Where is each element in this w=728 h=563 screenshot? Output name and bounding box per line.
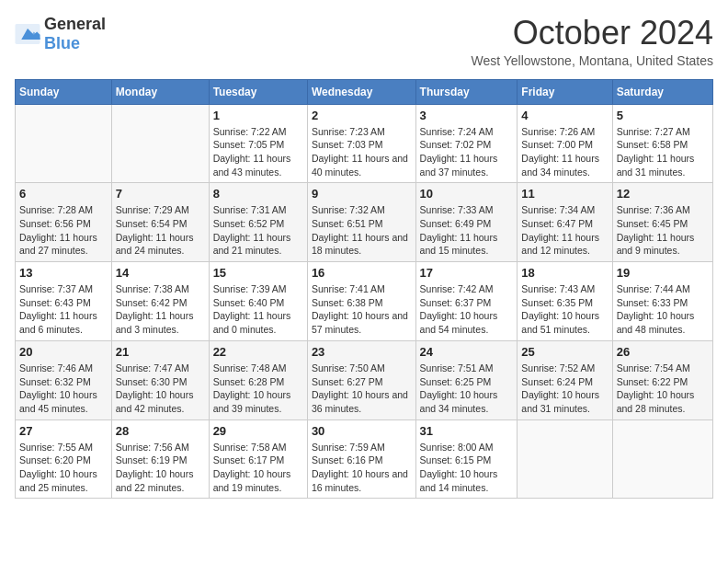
- cell-day-number: 4: [521, 109, 608, 122]
- calendar-cell: 1 Sunrise: 7:22 AM Sunset: 7:05 PM Dayli…: [209, 104, 307, 183]
- cell-daylight: Daylight: 11 hours and 34 minutes.: [521, 152, 608, 178]
- cell-daylight: Daylight: 10 hours and 16 minutes.: [312, 467, 412, 494]
- calendar-week-row: 1 Sunrise: 7:22 AM Sunset: 7:05 PM Dayli…: [16, 104, 713, 183]
- cell-sunset: Sunset: 7:02 PM: [420, 138, 514, 152]
- cell-sunrise: Sunrise: 8:00 AM: [420, 441, 514, 454]
- cell-daylight: Daylight: 10 hours and 42 minutes.: [116, 388, 205, 415]
- cell-daylight: Daylight: 11 hours and 6 minutes.: [19, 309, 108, 336]
- header: General Blue October 2024 West Yellowsto…: [15, 15, 713, 68]
- calendar-cell: 18 Sunrise: 7:43 AM Sunset: 6:35 PM Dayl…: [518, 262, 612, 341]
- calendar-cell: 15 Sunrise: 7:39 AM Sunset: 6:40 PM Dayl…: [209, 262, 307, 341]
- cell-day-number: 24: [420, 345, 514, 359]
- cell-day-number: 13: [19, 266, 108, 280]
- cell-daylight: Daylight: 10 hours and 45 minutes.: [19, 388, 108, 415]
- cell-sunset: Sunset: 6:40 PM: [213, 296, 303, 310]
- cell-sunset: Sunset: 6:17 PM: [213, 454, 303, 467]
- cell-sunrise: Sunrise: 7:26 AM: [521, 125, 608, 139]
- calendar-cell: 30 Sunrise: 7:59 AM Sunset: 6:16 PM Dayl…: [307, 419, 415, 499]
- cell-daylight: Daylight: 10 hours and 48 minutes.: [617, 309, 709, 336]
- cell-sunset: Sunset: 6:42 PM: [116, 296, 205, 310]
- cell-day-number: 18: [521, 266, 608, 280]
- cell-sunrise: Sunrise: 7:58 AM: [213, 441, 303, 454]
- calendar-cell: 9 Sunrise: 7:32 AM Sunset: 6:51 PM Dayli…: [307, 183, 415, 262]
- cell-sunrise: Sunrise: 7:52 AM: [521, 362, 608, 375]
- calendar-cell: 24 Sunrise: 7:51 AM Sunset: 6:25 PM Dayl…: [415, 340, 518, 419]
- cell-sunrise: Sunrise: 7:46 AM: [19, 362, 108, 375]
- cell-day-number: 15: [213, 266, 303, 280]
- cell-sunrise: Sunrise: 7:47 AM: [116, 362, 205, 375]
- cell-day-number: 21: [116, 345, 205, 359]
- cell-day-number: 12: [617, 187, 709, 201]
- cell-sunset: Sunset: 6:43 PM: [19, 296, 108, 310]
- cell-sunset: Sunset: 7:05 PM: [213, 138, 303, 152]
- cell-sunset: Sunset: 6:20 PM: [19, 454, 108, 467]
- cell-daylight: Daylight: 10 hours and 57 minutes.: [312, 309, 412, 336]
- cell-daylight: Daylight: 10 hours and 54 minutes.: [420, 309, 514, 336]
- cell-sunset: Sunset: 6:27 PM: [312, 375, 412, 389]
- cell-daylight: Daylight: 10 hours and 19 minutes.: [213, 467, 303, 494]
- day-header: Tuesday: [209, 79, 307, 104]
- cell-day-number: 22: [213, 345, 303, 359]
- cell-daylight: Daylight: 11 hours and 3 minutes.: [116, 309, 205, 336]
- cell-sunrise: Sunrise: 7:34 AM: [521, 203, 608, 217]
- subtitle: West Yellowstone, Montana, United States: [471, 53, 713, 68]
- calendar-week-row: 27 Sunrise: 7:55 AM Sunset: 6:20 PM Dayl…: [16, 419, 713, 499]
- cell-day-number: 1: [213, 109, 303, 122]
- header-row: SundayMondayTuesdayWednesdayThursdayFrid…: [16, 79, 713, 104]
- cell-sunset: Sunset: 6:25 PM: [420, 375, 514, 389]
- calendar-cell: 7 Sunrise: 7:29 AM Sunset: 6:54 PM Dayli…: [111, 183, 209, 262]
- calendar-cell: [111, 104, 209, 183]
- cell-daylight: Daylight: 11 hours and 37 minutes.: [420, 152, 514, 178]
- calendar-cell: 8 Sunrise: 7:31 AM Sunset: 6:52 PM Dayli…: [209, 183, 307, 262]
- cell-day-number: 27: [19, 424, 108, 438]
- cell-sunrise: Sunrise: 7:28 AM: [19, 203, 108, 217]
- cell-daylight: Daylight: 10 hours and 22 minutes.: [116, 467, 205, 494]
- calendar-cell: 5 Sunrise: 7:27 AM Sunset: 6:58 PM Dayli…: [612, 104, 712, 183]
- cell-sunset: Sunset: 6:38 PM: [312, 296, 412, 310]
- calendar-cell: 3 Sunrise: 7:24 AM Sunset: 7:02 PM Dayli…: [415, 104, 518, 183]
- calendar-cell: 2 Sunrise: 7:23 AM Sunset: 7:03 PM Dayli…: [307, 104, 415, 183]
- cell-sunrise: Sunrise: 7:22 AM: [213, 125, 303, 139]
- cell-daylight: Daylight: 10 hours and 25 minutes.: [19, 467, 108, 494]
- cell-day-number: 14: [116, 266, 205, 280]
- cell-sunset: Sunset: 6:22 PM: [617, 375, 709, 389]
- cell-daylight: Daylight: 10 hours and 31 minutes.: [521, 388, 608, 415]
- cell-sunrise: Sunrise: 7:41 AM: [312, 282, 412, 296]
- cell-sunset: Sunset: 6:33 PM: [617, 296, 709, 310]
- cell-daylight: Daylight: 11 hours and 12 minutes.: [521, 231, 608, 258]
- calendar-cell: 23 Sunrise: 7:50 AM Sunset: 6:27 PM Dayl…: [307, 340, 415, 419]
- cell-sunset: Sunset: 6:49 PM: [420, 217, 514, 231]
- cell-daylight: Daylight: 10 hours and 36 minutes.: [312, 388, 412, 415]
- calendar-cell: 11 Sunrise: 7:34 AM Sunset: 6:47 PM Dayl…: [518, 183, 612, 262]
- calendar-cell: 10 Sunrise: 7:33 AM Sunset: 6:49 PM Dayl…: [415, 183, 518, 262]
- cell-day-number: 20: [19, 345, 108, 359]
- cell-daylight: Daylight: 11 hours and 15 minutes.: [420, 231, 514, 258]
- cell-daylight: Daylight: 11 hours and 0 minutes.: [213, 309, 303, 336]
- cell-day-number: 28: [116, 424, 205, 438]
- calendar-cell: 12 Sunrise: 7:36 AM Sunset: 6:45 PM Dayl…: [612, 183, 712, 262]
- logo-blue: Blue: [44, 34, 80, 52]
- cell-sunset: Sunset: 6:52 PM: [213, 217, 303, 231]
- cell-sunset: Sunset: 6:16 PM: [312, 454, 412, 467]
- cell-sunrise: Sunrise: 7:59 AM: [312, 441, 412, 454]
- cell-day-number: 6: [19, 187, 108, 201]
- calendar-cell: 17 Sunrise: 7:42 AM Sunset: 6:37 PM Dayl…: [415, 262, 518, 341]
- cell-day-number: 3: [420, 109, 514, 122]
- day-header: Thursday: [415, 79, 518, 104]
- cell-day-number: 9: [312, 187, 412, 201]
- day-header: Sunday: [16, 79, 112, 104]
- cell-sunset: Sunset: 6:37 PM: [420, 296, 514, 310]
- cell-sunrise: Sunrise: 7:42 AM: [420, 282, 514, 296]
- day-header: Wednesday: [307, 79, 415, 104]
- day-header: Friday: [518, 79, 612, 104]
- calendar-cell: [612, 419, 712, 499]
- calendar-cell: 31 Sunrise: 8:00 AM Sunset: 6:15 PM Dayl…: [415, 419, 518, 499]
- calendar-cell: [16, 104, 112, 183]
- cell-day-number: 11: [521, 187, 608, 201]
- cell-day-number: 25: [521, 345, 608, 359]
- calendar-cell: 4 Sunrise: 7:26 AM Sunset: 7:00 PM Dayli…: [518, 104, 612, 183]
- cell-sunrise: Sunrise: 7:37 AM: [19, 282, 108, 296]
- title-area: October 2024 West Yellowstone, Montana, …: [471, 15, 713, 68]
- cell-day-number: 17: [420, 266, 514, 280]
- cell-sunrise: Sunrise: 7:55 AM: [19, 441, 108, 454]
